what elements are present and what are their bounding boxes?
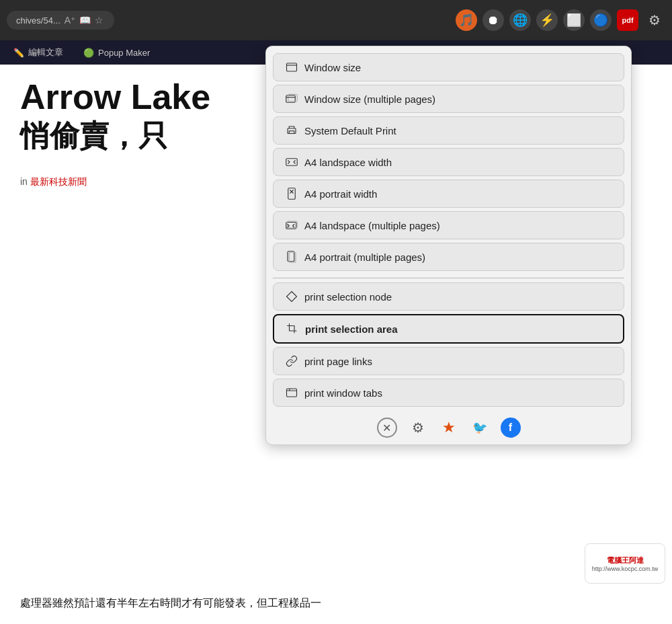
music-icon[interactable]: 🎵 (456, 9, 477, 31)
menu-item-print-selection-node[interactable]: print selection node (273, 282, 624, 311)
pencil-icon: ✏️ (13, 48, 24, 58)
record-icon[interactable]: ⏺ (482, 9, 504, 31)
svg-rect-12 (289, 252, 296, 262)
globe-icon[interactable]: 🌐 (509, 9, 531, 31)
tab-edit-article[interactable]: ✏️ 編輯文章 (7, 44, 70, 61)
menu-label-a4-landscape-width: A4 landspace width (304, 157, 392, 168)
diamond-icon (286, 290, 298, 303)
category-link[interactable]: 最新科技新聞 (30, 176, 87, 187)
menu-section-bottom: print selection node print selection are… (273, 282, 624, 407)
crop-icon (286, 323, 298, 335)
svg-rect-14 (287, 389, 297, 397)
extension-icon[interactable]: ⚡ (536, 9, 558, 31)
bookmark-icon: ☆ (95, 15, 103, 26)
svg-rect-11 (288, 251, 294, 262)
menu-item-window-size[interactable]: Window size (273, 53, 624, 81)
menu-item-window-size-multi[interactable]: Window size (multiple pages) (273, 85, 624, 113)
facebook-footer-icon[interactable]: f (501, 418, 521, 438)
menu-label-window-size-multi: Window size (multiple pages) (304, 93, 435, 105)
menu-label-a4-landscape-multi: A4 landspace (multiple pages) (304, 220, 440, 231)
menu-label-print-selection-node: print selection node (304, 291, 392, 303)
landscape-multi-icon (286, 219, 298, 231)
settings-icon[interactable]: ⚙ (644, 9, 665, 31)
menu-footer: ✕ ⚙ ★ 🐦 f (273, 414, 624, 438)
close-footer-icon[interactable]: ✕ (377, 418, 397, 438)
dropdown-menu: Window size Window size (multiple pages)… (265, 46, 632, 445)
popup-icon: 🟢 (83, 48, 94, 58)
watermark-image: 電腦王阿達 http://www.kocpc.com.tw (585, 543, 665, 584)
menu-item-system-default-print[interactable]: System Default Print (273, 116, 624, 145)
window-multi-icon (286, 93, 298, 105)
landscape-icon (286, 156, 298, 168)
window-tab-icon (286, 387, 298, 399)
menu-label-a4-portrait-width: A4 portrait width (304, 188, 377, 200)
menu-item-a4-landscape-multi[interactable]: A4 landspace (multiple pages) (273, 211, 624, 239)
svg-rect-8 (288, 188, 296, 200)
menu-item-print-window-tabs[interactable]: print window tabs (273, 379, 624, 407)
twitter-footer-icon[interactable]: 🐦 (470, 418, 490, 438)
category-prefix: in (20, 176, 28, 187)
window-size-icon (286, 61, 298, 73)
settings-footer-icon[interactable]: ⚙ (408, 418, 428, 438)
tab-edit-label: 編輯文章 (28, 46, 63, 58)
menu-label-print-window-tabs: print window tabs (304, 387, 382, 399)
reader-icon: A⁺ (65, 15, 75, 26)
page-bottom-text: 處理器雖然預計還有半年左右時間才有可能發表，但工程樣品一 (0, 596, 672, 611)
menu-item-a4-portrait-multi[interactable]: A4 portrait (multiple pages) (273, 243, 624, 271)
svg-rect-6 (289, 131, 294, 134)
toolbar-icons: 🎵 ⏺ 🌐 ⚡ ⬜ 🔵 pdf ⚙ (456, 9, 665, 31)
screencap-icon[interactable]: ⬜ (563, 9, 585, 31)
menu-label-print-page-links: print page links (304, 356, 372, 367)
tab-popup-maker[interactable]: 🟢 Popup Maker (77, 45, 157, 61)
reader-view-icon: 📖 (79, 15, 91, 26)
pdf-button[interactable]: pdf (617, 9, 638, 31)
vpn-icon[interactable]: 🔵 (590, 9, 612, 31)
svg-rect-0 (287, 63, 297, 71)
menu-item-a4-portrait-width[interactable]: A4 portrait width (273, 180, 624, 208)
menu-divider (273, 278, 624, 278)
browser-toolbar: chives/54... A⁺ 📖 ☆ 🎵 ⏺ 🌐 ⚡ ⬜ 🔵 pdf ⚙ (0, 0, 672, 40)
menu-label-print-selection-area: print selection area (305, 323, 398, 335)
link-icon (286, 355, 298, 367)
menu-label-a4-portrait-multi: A4 portrait (multiple pages) (304, 251, 425, 263)
menu-item-a4-landscape-width[interactable]: A4 landspace width (273, 148, 624, 176)
printer-icon (286, 124, 298, 136)
menu-item-print-selection-area[interactable]: print selection area (273, 314, 624, 344)
portrait-icon (286, 188, 298, 200)
portrait-multi-icon (286, 251, 298, 263)
url-text: chives/54... (16, 15, 60, 26)
url-bar[interactable]: chives/54... A⁺ 📖 ☆ (7, 11, 114, 30)
svg-rect-7 (286, 159, 298, 166)
tab-popup-label: Popup Maker (98, 48, 150, 58)
menu-section-top: Window size Window size (multiple pages)… (273, 53, 624, 271)
watermark: 電腦王阿達 http://www.kocpc.com.tw (585, 543, 665, 584)
menu-item-print-page-links[interactable]: print page links (273, 347, 624, 375)
menu-label-window-size: Window size (304, 62, 361, 73)
star-footer-icon[interactable]: ★ (439, 418, 459, 438)
menu-label-system-default: System Default Print (304, 125, 396, 136)
svg-marker-13 (287, 292, 297, 302)
